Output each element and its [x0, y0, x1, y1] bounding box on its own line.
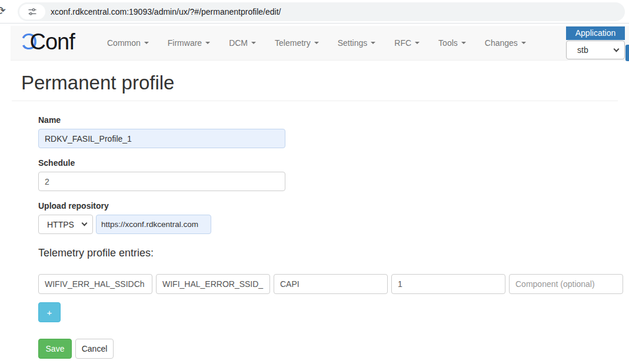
- application-selector: Application stb: [566, 26, 625, 59]
- nav-item-label: Tools: [438, 38, 458, 48]
- nav-item-firmware[interactable]: Firmware: [158, 38, 219, 48]
- nav-item-label: DCM: [229, 38, 248, 48]
- site-settings-chip[interactable]: [19, 4, 45, 19]
- schedule-input[interactable]: [38, 172, 285, 191]
- chevron-down-icon: [521, 42, 526, 44]
- application-header-label: Application: [566, 26, 625, 40]
- chevron-down-icon: [82, 221, 88, 226]
- browser-address-bar: ⟳ xconf.rdkcentral.com:19093/admin/ux/?#…: [0, 0, 629, 24]
- xconf-logo[interactable]: ƆConf: [21, 29, 75, 55]
- nav-item-telemetry[interactable]: Telemetry: [265, 38, 328, 48]
- entry-header-input[interactable]: [38, 274, 152, 294]
- nav-item-changes[interactable]: Changes: [475, 38, 535, 48]
- entry-component-input[interactable]: [509, 274, 623, 294]
- entry-content-input[interactable]: [156, 274, 270, 294]
- upload-repository-label: Upload repository: [38, 201, 109, 211]
- nav-item-label: Firmware: [168, 38, 202, 48]
- cancel-button[interactable]: Cancel: [75, 339, 114, 359]
- upload-url-input[interactable]: [96, 215, 211, 234]
- nav-item-tools[interactable]: Tools: [429, 38, 475, 48]
- url-omnibox[interactable]: xconf.rdkcentral.com:19093/admin/ux/?#/p…: [18, 2, 625, 21]
- chevron-down-icon: [251, 42, 256, 44]
- nav-item-label: Telemetry: [275, 38, 311, 48]
- nav-item-label: Changes: [485, 38, 518, 48]
- entry-pollingfrequency-input[interactable]: [391, 274, 505, 294]
- add-entry-button[interactable]: +: [38, 302, 61, 322]
- chevron-down-icon: [614, 46, 620, 52]
- nav-item-label: Common: [107, 38, 141, 48]
- chevron-down-icon: [461, 42, 466, 44]
- protocol-select[interactable]: HTTPS: [38, 215, 93, 234]
- application-select[interactable]: stb: [566, 41, 625, 59]
- app-navbar: ƆConf Common Firmware DCM Telemetry Sett…: [11, 26, 629, 61]
- reload-icon[interactable]: ⟳: [0, 4, 6, 18]
- save-button[interactable]: Save: [38, 339, 72, 359]
- entry-type-input[interactable]: [274, 274, 388, 294]
- nav-item-settings[interactable]: Settings: [328, 38, 385, 48]
- logo-text: Conf: [29, 29, 74, 54]
- nav-item-common[interactable]: Common: [98, 38, 158, 48]
- chevron-down-icon: [205, 42, 210, 44]
- name-input[interactable]: [38, 129, 285, 148]
- schedule-label: Schedule: [38, 158, 75, 168]
- name-label: Name: [38, 115, 61, 125]
- nav-item-label: Settings: [338, 38, 368, 48]
- nav-item-rfc[interactable]: RFC: [385, 38, 429, 48]
- page-title: Permanent profile: [21, 72, 174, 94]
- screenshot-root: ⟳ xconf.rdkcentral.com:19093/admin/ux/?#…: [0, 0, 629, 364]
- tune-icon: [28, 7, 37, 16]
- chevron-down-icon: [144, 42, 149, 44]
- edge-clipped-button[interactable]: [625, 45, 629, 61]
- nav-menu: Common Firmware DCM Telemetry Settings R…: [98, 26, 535, 60]
- chevron-down-icon: [415, 42, 420, 44]
- chevron-down-icon: [314, 42, 319, 44]
- url-text: xconf.rdkcentral.com:19093/admin/ux/?#/p…: [51, 7, 281, 16]
- telemetry-entries-row: [38, 274, 623, 294]
- title-divider: [12, 101, 618, 101]
- protocol-selected-value: HTTPS: [47, 220, 74, 229]
- application-selected-value: stb: [577, 45, 588, 55]
- nav-item-dcm[interactable]: DCM: [219, 38, 265, 48]
- nav-item-label: RFC: [394, 38, 411, 48]
- telemetry-entries-label: Telemetry profile entries:: [38, 247, 154, 259]
- chevron-down-icon: [371, 42, 375, 44]
